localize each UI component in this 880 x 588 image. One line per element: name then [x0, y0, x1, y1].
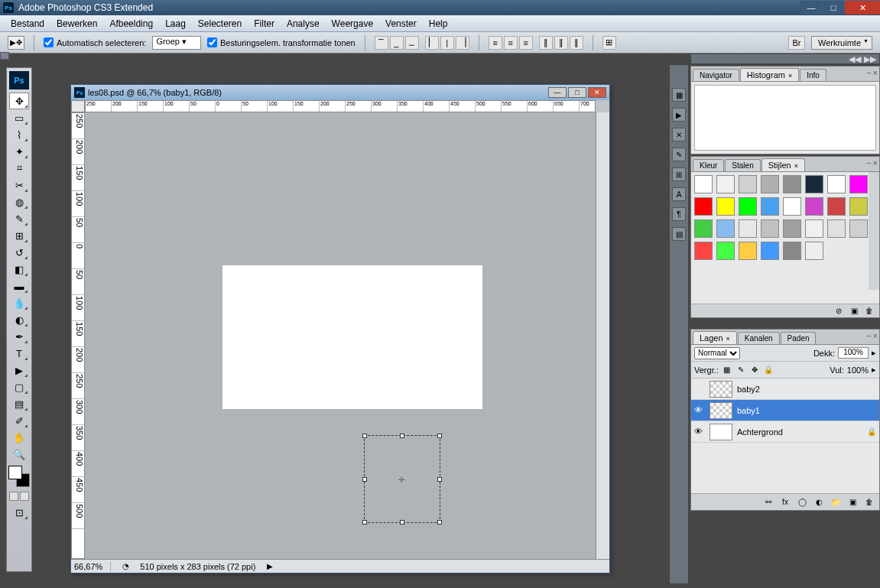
tab-paden[interactable]: Paden [781, 332, 817, 344]
style-swatch[interactable] [805, 242, 823, 260]
workspace-dropdown[interactable]: Werkruimte [811, 36, 872, 50]
foreground-color[interactable] [8, 466, 22, 479]
style-swatch[interactable] [761, 219, 779, 238]
new-layer-icon[interactable]: ▣ [847, 497, 858, 508]
style-swatch[interactable] [739, 197, 757, 216]
opacity-field[interactable]: 100% [838, 347, 869, 359]
distribute-hcenter-icon[interactable]: ‖ [554, 36, 568, 50]
lock-position-icon[interactable]: ✥ [749, 365, 760, 375]
style-swatch[interactable] [716, 197, 735, 216]
style-swatch[interactable] [849, 197, 868, 216]
status-arrow-icon[interactable]: ▶ [265, 561, 275, 572]
style-swatch[interactable] [694, 175, 713, 193]
menu-help[interactable]: Help [423, 17, 454, 31]
window-minimize-button[interactable]: — [800, 1, 822, 15]
align-hcenter-icon[interactable]: | [440, 36, 454, 50]
canvas[interactable] [222, 265, 482, 409]
style-swatch[interactable] [783, 197, 801, 216]
styles-trash-icon[interactable]: 🗑 [864, 306, 875, 317]
distribute-bottom-icon[interactable]: ≡ [519, 36, 533, 50]
panel-collapse-icon[interactable]: − [866, 331, 871, 340]
type-tool[interactable]: T [9, 345, 29, 362]
quickmask-mode-icon[interactable] [20, 492, 29, 501]
adjustment-layer-icon[interactable]: ◐ [813, 497, 824, 508]
handle-top-left[interactable] [362, 434, 367, 438]
align-right-icon[interactable]: ▕ [456, 36, 469, 50]
auto-select-checkbox[interactable]: Automatisch selecteren: [44, 37, 146, 47]
style-swatch[interactable] [739, 175, 757, 193]
style-swatch[interactable] [849, 175, 868, 193]
slice-tool[interactable]: ✂ [9, 177, 29, 193]
style-swatch[interactable] [694, 197, 713, 216]
zoom-readout[interactable]: 66,67% [74, 562, 111, 571]
layer-visibility-icon[interactable]: 👁 [694, 427, 705, 437]
doc-close-button[interactable]: ✕ [588, 87, 606, 98]
history-brush-tool[interactable]: ↺ [9, 244, 29, 261]
doc-minimize-button[interactable]: — [548, 87, 567, 98]
dock-navigator-icon[interactable]: ▦ [672, 88, 686, 102]
document-titlebar[interactable]: Ps les08.psd @ 66,7% (baby1, RGB/8) — □ … [71, 85, 609, 100]
delete-layer-icon[interactable]: 🗑 [864, 497, 875, 508]
color-swatches[interactable] [8, 466, 30, 487]
transform-controls-checkbox[interactable]: Besturingselem. transformatie tonen [207, 37, 356, 47]
layer-name[interactable]: baby1 [737, 406, 760, 415]
style-swatch[interactable] [761, 175, 779, 193]
window-close-button[interactable]: ✕ [845, 1, 880, 15]
menu-afbeelding[interactable]: Afbeelding [103, 17, 159, 31]
panel-top-strip[interactable]: ◀◀▶▶ [690, 54, 880, 64]
dodge-tool[interactable]: ◐ [9, 311, 29, 328]
layer-visibility-icon[interactable]: 👁 [694, 405, 705, 416]
menu-venster[interactable]: Venster [379, 17, 423, 31]
tab-navigator[interactable]: Navigator [693, 69, 739, 81]
dock-tools-icon[interactable]: ✕ [672, 128, 686, 141]
auto-select-input[interactable] [44, 37, 54, 47]
toolbox-tab[interactable] [0, 52, 9, 60]
style-swatch[interactable] [694, 242, 713, 260]
align-top-icon[interactable]: ⎺ [375, 36, 388, 50]
menu-bewerken[interactable]: Bewerken [50, 17, 103, 31]
menu-selecteren[interactable]: Selecteren [192, 17, 248, 31]
status-info-icon[interactable]: ◔ [120, 561, 131, 572]
transform-center-icon[interactable]: ✛ [398, 476, 406, 483]
handle-bottom-mid[interactable] [400, 520, 404, 525]
transform-selection[interactable]: ✛ [364, 435, 440, 523]
group-icon[interactable]: 📁 [830, 497, 841, 508]
style-swatch[interactable] [805, 175, 823, 193]
notes-tool[interactable]: ▤ [9, 395, 29, 412]
fill-arrow-icon[interactable]: ▸ [872, 365, 876, 375]
dock-layercomps-icon[interactable]: ▤ [672, 227, 686, 241]
dock-histogram-icon[interactable]: ▶ [672, 108, 686, 122]
style-swatch[interactable] [761, 197, 779, 216]
bridge-icon[interactable]: Br [788, 36, 805, 50]
distribute-vcenter-icon[interactable]: ≡ [504, 36, 518, 50]
distribute-left-icon[interactable]: ‖ [539, 36, 553, 50]
blur-tool[interactable]: 💧 [9, 294, 29, 311]
layer-thumbnail[interactable] [710, 381, 732, 398]
style-swatch[interactable] [805, 197, 823, 216]
layer-row[interactable]: 👁baby1 [691, 400, 879, 421]
window-maximize-button[interactable]: □ [823, 1, 844, 15]
handle-bottom-left[interactable] [362, 520, 367, 525]
stamp-tool[interactable]: ⊞ [9, 227, 29, 244]
style-swatch[interactable] [694, 219, 713, 238]
style-swatch[interactable] [739, 242, 757, 260]
styles-new-icon[interactable]: ▣ [849, 306, 859, 317]
fill-field[interactable]: 100% [847, 365, 869, 375]
hand-tool[interactable]: ✋ [9, 429, 29, 446]
handle-mid-right[interactable] [437, 477, 442, 482]
gradient-tool[interactable]: ▬ [9, 278, 29, 294]
style-swatch[interactable] [783, 219, 801, 238]
layer-name[interactable]: baby2 [737, 385, 760, 394]
menu-bestand[interactable]: Bestand [5, 17, 50, 31]
panel-collapse-icon[interactable]: − [866, 68, 871, 77]
tab-info[interactable]: Info [800, 69, 826, 81]
panel-close-icon[interactable]: × [873, 68, 878, 77]
panel-close-icon[interactable]: × [873, 158, 878, 167]
menu-weergave[interactable]: Weergave [326, 17, 379, 31]
handle-bottom-right[interactable] [437, 520, 442, 525]
dock-brushes-icon[interactable]: ✎ [672, 148, 686, 161]
align-bottom-icon[interactable]: ⎽ [405, 36, 419, 50]
panel-close-icon[interactable]: × [873, 331, 878, 340]
canvas-area[interactable]: ✛ [85, 112, 596, 559]
style-swatch[interactable] [827, 197, 846, 216]
